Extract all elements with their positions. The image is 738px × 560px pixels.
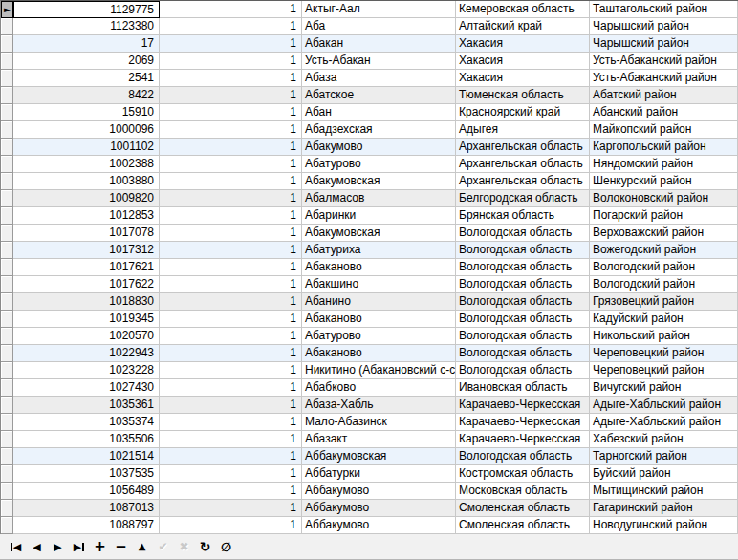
cell-district[interactable]: Гагаринский район [590, 500, 738, 517]
table-row[interactable]: 1021514 1 Аббакумовская Вологодская обла… [1, 448, 738, 465]
table-row[interactable]: 1123380 1 Аба Алтайский край Чарышский р… [1, 18, 738, 35]
cell-id[interactable]: 1037535 [13, 465, 160, 483]
cell-id[interactable]: 1035506 [13, 431, 160, 448]
row-indicator[interactable] [1, 104, 13, 121]
cell-count[interactable]: 1 [160, 259, 302, 276]
table-row[interactable]: 15910 1 Абан Красноярский край Абанский … [1, 104, 738, 121]
cell-id[interactable]: 2541 [13, 70, 160, 87]
cell-count[interactable]: 1 [160, 87, 302, 104]
cell-id[interactable]: 1018830 [13, 293, 160, 311]
cell-count[interactable]: 1 [160, 311, 302, 328]
cell-district[interactable]: Усть-Абаканский район [590, 70, 738, 87]
cell-name[interactable]: Абатское [302, 87, 456, 104]
cell-region[interactable]: Кемеровская область [456, 1, 590, 18]
cell-id[interactable]: 1017312 [13, 242, 160, 259]
cell-count[interactable]: 1 [160, 431, 302, 448]
cell-region[interactable]: Архангельская область [456, 173, 590, 190]
cell-region[interactable]: Хакасия [456, 53, 590, 70]
cell-district[interactable]: Вологодский район [590, 259, 738, 276]
cell-region[interactable]: Костромская область [456, 465, 590, 483]
cell-region[interactable]: Карачаево-Черкесская [456, 431, 590, 448]
cell-name[interactable]: Абаза-Хабль [302, 397, 456, 414]
cell-region[interactable]: Тюменская область [456, 87, 590, 104]
cell-name[interactable]: Абаканово [302, 259, 456, 276]
row-indicator[interactable] [1, 483, 13, 500]
cell-count[interactable]: 1 [160, 483, 302, 500]
cell-district[interactable]: Череповецкий район [590, 362, 738, 379]
row-indicator[interactable] [1, 35, 13, 53]
row-indicator[interactable] [1, 431, 13, 448]
cell-region[interactable]: Брянская область [456, 207, 590, 225]
cell-id[interactable]: 1003880 [13, 173, 160, 190]
cell-id[interactable]: 1002388 [13, 156, 160, 173]
cell-name[interactable]: Абаринки [302, 207, 456, 225]
table-row[interactable]: 1056489 1 Аббакумово Московская область … [1, 483, 738, 500]
row-indicator[interactable]: ► [1, 1, 13, 18]
cell-name[interactable]: Аббакумово [302, 500, 456, 517]
cell-district[interactable]: Погарский район [590, 207, 738, 225]
table-row[interactable]: 1000096 1 Абадзехская Адыгея Майкопский … [1, 121, 738, 139]
cell-count[interactable]: 1 [160, 190, 302, 207]
cell-district[interactable]: Шенкурский район [590, 173, 738, 190]
cell-count[interactable]: 1 [160, 207, 302, 225]
cell-name[interactable]: Абакумовская [302, 173, 456, 190]
cell-count[interactable]: 1 [160, 362, 302, 379]
cell-count[interactable]: 1 [160, 448, 302, 465]
cell-id[interactable]: 1009820 [13, 190, 160, 207]
cell-name[interactable]: Абакшино [302, 276, 456, 293]
cell-id[interactable]: 1021514 [13, 448, 160, 465]
cell-region[interactable]: Архангельская область [456, 139, 590, 156]
cell-id[interactable]: 1023228 [13, 362, 160, 379]
row-indicator[interactable] [1, 139, 13, 156]
cell-count[interactable]: 1 [160, 35, 302, 53]
cell-district[interactable]: Адыге-Хабльский район [590, 397, 738, 414]
cell-region[interactable]: Вологодская область [456, 225, 590, 242]
cell-district[interactable]: Верховажский район [590, 225, 738, 242]
row-indicator[interactable] [1, 53, 13, 70]
table-row[interactable]: 1020570 1 Абатурово Вологодская область … [1, 328, 738, 345]
cell-region[interactable]: Вологодская область [456, 259, 590, 276]
cell-count[interactable]: 1 [160, 465, 302, 483]
cell-name[interactable]: Аба [302, 18, 456, 35]
cell-region[interactable]: Вологодская область [456, 328, 590, 345]
cell-name[interactable]: Абазакт [302, 431, 456, 448]
table-row[interactable]: 17 1 Абакан Хакасия Чарышский район [1, 35, 738, 53]
cell-region[interactable]: Московская область [456, 483, 590, 500]
cell-district[interactable]: Няндомский район [590, 156, 738, 173]
table-row[interactable]: 1001102 1 Абакумово Архангельская област… [1, 139, 738, 156]
cell-region[interactable]: Вологодская область [456, 448, 590, 465]
table-row[interactable]: 1087013 1 Аббакумово Смоленская область … [1, 500, 738, 517]
table-row[interactable]: 1027430 1 Абабково Ивановская область Ви… [1, 379, 738, 397]
cell-count[interactable]: 1 [160, 517, 302, 534]
cell-region[interactable]: Вологодская область [456, 242, 590, 259]
table-row[interactable]: 1018830 1 Абанино Вологодская область Гр… [1, 293, 738, 311]
table-row[interactable]: 1035361 1 Абаза-Хабль Карачаево-Черкесск… [1, 397, 738, 414]
cell-district[interactable]: Абанский район [590, 104, 738, 121]
row-indicator[interactable] [1, 311, 13, 328]
table-row[interactable]: 2069 1 Усть-Абакан Хакасия Усть-Абаканск… [1, 53, 738, 70]
cell-count[interactable]: 1 [160, 1, 302, 18]
row-indicator[interactable] [1, 379, 13, 397]
cell-name[interactable]: Абакумовская [302, 225, 456, 242]
cell-id[interactable]: 1017078 [13, 225, 160, 242]
cell-count[interactable]: 1 [160, 242, 302, 259]
cell-name[interactable]: Абакан [302, 35, 456, 53]
cell-region[interactable]: Вологодская область [456, 311, 590, 328]
table-row[interactable]: 1003880 1 Абакумовская Архангельская обл… [1, 173, 738, 190]
cell-district[interactable]: Вичугский район [590, 379, 738, 397]
row-indicator[interactable] [1, 362, 13, 379]
table-row[interactable]: 1002388 1 Абатурово Архангельская област… [1, 156, 738, 173]
cell-region[interactable]: Ивановская область [456, 379, 590, 397]
table-row[interactable]: 1017078 1 Абакумовская Вологодская облас… [1, 225, 738, 242]
cell-district[interactable]: Каргопольский район [590, 139, 738, 156]
row-indicator[interactable] [1, 293, 13, 311]
cell-name[interactable]: Актыг-Аал [302, 1, 456, 18]
nav-next-button[interactable]: ▶ [48, 536, 68, 557]
nav-refresh-button[interactable]: ↻ [195, 536, 215, 557]
row-indicator[interactable] [1, 465, 13, 483]
cell-count[interactable]: 1 [160, 156, 302, 173]
cell-count[interactable]: 1 [160, 276, 302, 293]
row-indicator[interactable] [1, 173, 13, 190]
cell-id[interactable]: 15910 [13, 104, 160, 121]
table-row[interactable]: 8422 1 Абатское Тюменская область Абатск… [1, 87, 738, 104]
